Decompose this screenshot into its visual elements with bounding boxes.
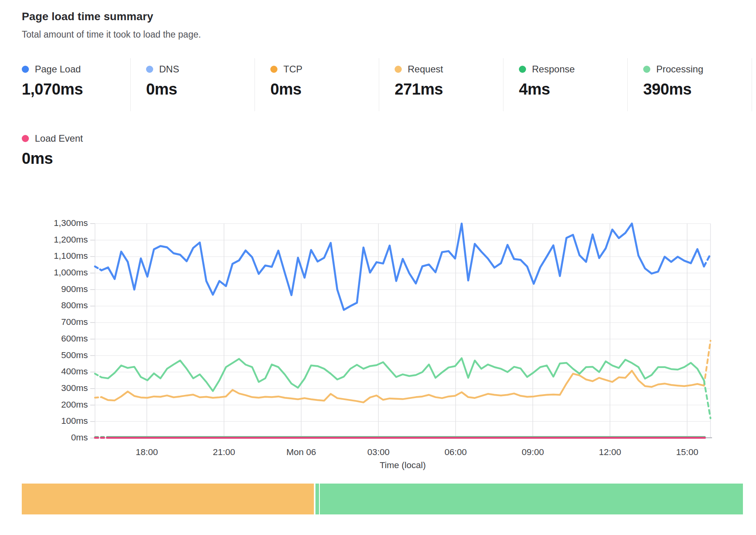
y-tick-label: 400ms — [0, 366, 88, 377]
x-tick-label: 12:00 — [599, 447, 621, 457]
y-tick-label: 1,200ms — [0, 235, 88, 245]
status-segment-passing[interactable] — [320, 484, 743, 514]
x-tick-label: 15:00 — [676, 447, 698, 457]
series-request-dash-head — [95, 397, 102, 398]
series-processing-dash-head — [95, 374, 102, 377]
series-processing — [102, 358, 704, 391]
x-tick-label: Mon 06 — [286, 447, 316, 457]
status-segment-degraded[interactable] — [22, 484, 314, 514]
status-segment-passing[interactable] — [315, 484, 319, 514]
x-tick-label: 18:00 — [136, 447, 158, 457]
series-page-load-dash-head — [95, 266, 102, 270]
y-tick-label: 700ms — [0, 317, 88, 327]
x-tick-label: 06:00 — [444, 447, 467, 457]
page: { "header": { "title": "Page load time s… — [0, 0, 756, 535]
series-page-load-dash-tail — [704, 254, 711, 266]
x-axis-title: Time (local) — [95, 460, 710, 470]
y-tick-label: 200ms — [0, 400, 88, 410]
y-tick-label: 0ms — [0, 433, 88, 443]
y-tick-label: 1,000ms — [0, 268, 88, 278]
x-tick-label: 03:00 — [367, 447, 389, 457]
y-tick-label: 100ms — [0, 416, 88, 426]
y-tick-label: 500ms — [0, 350, 88, 360]
series-processing-dash-tail — [704, 380, 711, 418]
series-page-load — [102, 224, 704, 310]
y-tick-label: 1,100ms — [0, 251, 88, 261]
series-request-dash-tail — [704, 341, 711, 385]
y-tick-label: 1,300ms — [0, 218, 88, 228]
x-tick-label: 09:00 — [522, 447, 544, 457]
y-tick-label: 300ms — [0, 383, 88, 393]
x-tick-label: 21:00 — [213, 447, 235, 457]
y-tick-label: 900ms — [0, 284, 88, 294]
y-tick-label: 600ms — [0, 334, 88, 344]
y-tick-label: 800ms — [0, 300, 88, 311]
status-timeline-bar[interactable] — [22, 484, 743, 514]
